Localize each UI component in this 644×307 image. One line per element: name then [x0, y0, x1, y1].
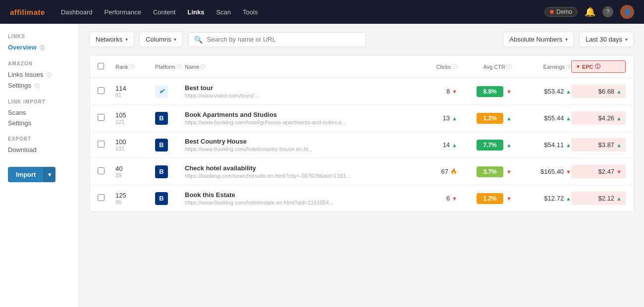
nav-right-actions: Demo 🔔 ? 👤 — [544, 5, 634, 19]
platform-cell: B — [155, 165, 185, 178]
nav-tools[interactable]: Tools — [243, 8, 258, 16]
sidebar-item-import-settings[interactable]: Settings — [8, 118, 71, 128]
sidebar-item-links-issues[interactable]: Links Issues ⓘ — [8, 69, 71, 80]
link-name: Best Country House — [185, 138, 408, 145]
earnings-cell: $12.72 ▲ — [512, 195, 571, 202]
select-all-checkbox-cell[interactable] — [98, 63, 115, 71]
link-name-cell[interactable]: Book Apartments and Studios https://www.… — [185, 111, 408, 125]
link-url: https://www.viator.com/tours/... — [185, 93, 408, 99]
platform-cell: B — [155, 192, 185, 205]
arrow-up-icon: ▲ — [616, 196, 622, 202]
user-avatar[interactable]: 👤 — [620, 5, 634, 19]
platform-cell: ✔ — [155, 85, 185, 98]
earnings-cell: $54.11 ▲ — [512, 141, 571, 149]
row-checkbox[interactable] — [98, 87, 105, 94]
col-name: Name ⓘ — [185, 63, 408, 70]
absolute-numbers-dropdown[interactable]: Absolute Numbers ▾ — [503, 32, 574, 47]
row-checkbox-cell[interactable] — [98, 87, 115, 96]
clicks-value: 8 — [446, 88, 450, 95]
notification-bell-icon[interactable]: 🔔 — [585, 6, 595, 17]
arrow-up-icon: ▲ — [566, 196, 571, 202]
platform-cell: B — [155, 112, 185, 125]
ctr-cell: 3.7% ▼ — [457, 166, 512, 177]
help-icon[interactable]: ? — [602, 6, 613, 17]
nav-links[interactable]: Links — [187, 8, 204, 16]
col-rank: Rank ⓘ — [115, 63, 155, 70]
search-input[interactable] — [207, 36, 360, 43]
link-url: https://booking.com/searchresults.en.htm… — [185, 173, 408, 179]
row-checkbox[interactable] — [98, 141, 105, 148]
link-url: https://www.booking.com/hotel/country-ho… — [185, 146, 408, 152]
info-icon: ⓘ — [35, 83, 40, 89]
link-name: Best tour — [185, 84, 408, 92]
arrow-up-icon: ▲ — [452, 115, 457, 121]
main-content: Networks ▾ Columns ▾ 🔍 Absolute Numbers … — [79, 24, 644, 307]
sidebar-item-overview[interactable]: Overview ⓘ — [8, 42, 71, 53]
link-name-cell[interactable]: Best Country House https://www.booking.c… — [185, 138, 408, 152]
epc-value: $2.47 — [598, 168, 615, 175]
link-name-cell[interactable]: Check hotel availability https://booking… — [185, 164, 408, 179]
fire-icon: 🔥 — [450, 168, 457, 175]
clicks-value: 14 — [443, 141, 450, 149]
arrow-down-icon: ▼ — [506, 89, 512, 95]
sidebar-item-download[interactable]: Download — [8, 145, 71, 155]
clicks-value: 67 — [441, 168, 448, 175]
table-row: 114 91 ✔ Best tour https://www.viator.co… — [90, 78, 634, 105]
demo-label: Demo — [556, 8, 572, 15]
date-range-dropdown[interactable]: Last 30 days ▾ — [579, 32, 634, 47]
absolute-numbers-label: Absolute Numbers — [509, 36, 562, 43]
sidebar: LINKS Overview ⓘ AMAZON Links Issues ⓘ S… — [0, 24, 79, 307]
table-row: 100 131 B Best Country House https://www… — [90, 132, 634, 158]
row-checkbox-cell[interactable] — [98, 114, 115, 122]
info-icon: ⓘ — [452, 63, 457, 70]
nav-performance[interactable]: Performance — [104, 8, 141, 16]
row-checkbox-cell[interactable] — [98, 167, 115, 176]
arrow-down-icon: ▼ — [616, 169, 622, 175]
nav-dashboard[interactable]: Dashboard — [61, 8, 93, 16]
date-range-label: Last 30 days — [586, 36, 622, 43]
row-checkbox[interactable] — [98, 194, 105, 201]
rank-prev: 96 — [115, 199, 155, 205]
clicks-cell: 67 🔥 — [408, 168, 457, 175]
brand-logo[interactable]: affilimate — [10, 8, 45, 16]
earnings-value: $55.44 — [544, 114, 564, 122]
arrow-up-icon: ▲ — [566, 115, 571, 121]
col-avg-ctr: Avg CTR ⓘ — [457, 63, 512, 70]
import-dropdown-arrow[interactable]: ▾ — [44, 167, 55, 182]
info-icon: ⓘ — [566, 63, 571, 70]
link-name-cell[interactable]: Book this Estate https://www.booking.com… — [185, 191, 408, 205]
row-checkbox[interactable] — [98, 167, 105, 174]
ctr-badge: 8.8% — [477, 86, 503, 97]
demo-badge[interactable]: Demo — [544, 7, 578, 17]
sidebar-item-amazon-settings[interactable]: Settings ⓘ — [8, 80, 71, 91]
sort-asc-icon: ▼ — [576, 64, 581, 69]
import-button[interactable]: Import — [8, 167, 44, 182]
row-checkbox-cell[interactable] — [98, 141, 115, 149]
row-checkbox-cell[interactable] — [98, 194, 115, 203]
page-layout: LINKS Overview ⓘ AMAZON Links Issues ⓘ S… — [0, 24, 644, 307]
nav-content[interactable]: Content — [153, 8, 176, 16]
rank-cell: 105 121 — [115, 111, 155, 125]
rank-current: 40 — [115, 165, 155, 172]
row-checkbox[interactable] — [98, 114, 105, 121]
sidebar-item-scans[interactable]: Scans — [8, 107, 71, 118]
earnings-value: $54.11 — [544, 141, 564, 149]
info-icon: ⓘ — [40, 45, 45, 51]
nav-scan[interactable]: Scan — [216, 8, 231, 16]
columns-dropdown[interactable]: Columns ▾ — [139, 32, 183, 47]
sidebar-section-amazon: AMAZON — [8, 61, 71, 66]
arrow-up-icon: ▲ — [616, 89, 622, 95]
link-name-cell[interactable]: Best tour https://www.viator.com/tours/.… — [185, 84, 408, 99]
table-row: 40 39 B Check hotel availability https:/… — [90, 158, 634, 185]
epc-cell: $2.12 ▲ — [571, 192, 626, 205]
select-all-checkbox[interactable] — [98, 63, 104, 69]
epc-value: $4.26 — [598, 114, 615, 122]
platform-icon-booking: B — [155, 192, 168, 205]
epc-cell: $3.87 ▲ — [571, 138, 626, 152]
arrow-down-icon: ▼ — [452, 89, 457, 95]
info-icon: ⓘ — [177, 63, 182, 70]
link-name: Book Apartments and Studios — [185, 111, 408, 118]
networks-dropdown[interactable]: Networks ▾ — [89, 32, 134, 47]
sidebar-section-link-import: LINK IMPORT — [8, 99, 71, 104]
info-icon: ⓘ — [201, 63, 206, 70]
